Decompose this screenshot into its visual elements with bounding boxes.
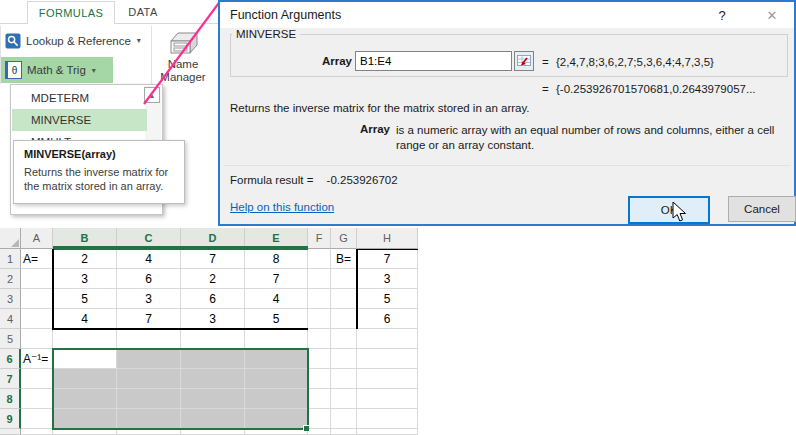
cell-F8[interactable] <box>308 389 331 409</box>
row-header-4[interactable]: 4 <box>0 309 21 329</box>
cell-F7[interactable] <box>308 369 331 389</box>
cell-G2[interactable] <box>331 269 357 289</box>
cell-partial-H <box>357 429 418 435</box>
cell-F1[interactable] <box>308 249 331 269</box>
chevron-down-icon: ▾ <box>137 36 141 45</box>
cell-H6[interactable] <box>357 349 418 369</box>
cell-F9[interactable] <box>308 409 331 429</box>
array-input[interactable] <box>355 51 512 71</box>
help-on-function-link[interactable]: Help on this function <box>230 201 334 213</box>
tab-data[interactable]: DATA <box>114 1 172 23</box>
cell-C3[interactable]: 3 <box>117 289 181 309</box>
row-header-3[interactable]: 3 <box>0 289 21 309</box>
help-button[interactable]: ? <box>712 6 732 24</box>
select-all-corner[interactable] <box>0 228 21 249</box>
cell-B2[interactable]: 3 <box>53 269 117 289</box>
row-header-1[interactable]: 1 <box>0 249 21 269</box>
cell-F6[interactable] <box>308 349 331 369</box>
collapse-dialog-button[interactable] <box>514 51 534 71</box>
cell-C4[interactable]: 7 <box>117 309 181 329</box>
cell-E3[interactable]: 4 <box>245 289 308 309</box>
cell-F5[interactable] <box>308 329 331 349</box>
cell-B5[interactable] <box>53 329 117 349</box>
cell-G4[interactable] <box>331 309 357 329</box>
cell-H5[interactable] <box>357 329 418 349</box>
cell-D4[interactable]: 3 <box>181 309 245 329</box>
function-tooltip: MINVERSE(array) Returns the inverse matr… <box>13 140 185 204</box>
cell-C5[interactable] <box>117 329 181 349</box>
matrix-a-left-border <box>52 249 54 330</box>
col-header-H[interactable]: H <box>357 228 418 249</box>
cell-G3[interactable] <box>331 289 357 309</box>
cancel-button[interactable]: Cancel <box>728 196 796 222</box>
row-header-5[interactable]: 5 <box>0 329 21 349</box>
range-select-icon <box>517 55 531 68</box>
cell-G7[interactable] <box>331 369 357 389</box>
cell-H8[interactable] <box>357 389 418 409</box>
row-header-6[interactable]: 6 <box>0 349 21 369</box>
row-header-8[interactable]: 8 <box>0 389 21 409</box>
cell-A7[interactable] <box>21 369 53 389</box>
cell-G6[interactable] <box>331 349 357 369</box>
row-header-9[interactable]: 9 <box>0 409 21 429</box>
cell-F3[interactable] <box>308 289 331 309</box>
cell-D2[interactable]: 2 <box>181 269 245 289</box>
col-header-G[interactable]: G <box>331 228 357 249</box>
cell-H4[interactable]: 6 <box>357 309 418 329</box>
close-icon[interactable]: ✕ <box>760 6 784 24</box>
referenced-range-top-border <box>53 246 308 250</box>
col-header-F[interactable]: F <box>308 228 331 249</box>
name-manager-icon <box>166 28 200 58</box>
tab-formulas[interactable]: FORMULAS <box>27 1 115 24</box>
cell-E1[interactable]: 8 <box>245 249 308 269</box>
name-manager-label-2: Manager <box>160 71 205 84</box>
cell-A5[interactable] <box>21 329 53 349</box>
magnifier-icon <box>5 33 21 49</box>
formula-result-label: Formula result = <box>230 174 317 186</box>
cell-B3[interactable]: 5 <box>53 289 117 309</box>
cell-A1[interactable]: A= <box>21 249 53 269</box>
cell-F4[interactable] <box>308 309 331 329</box>
cell-A4[interactable] <box>21 309 53 329</box>
row-header-2[interactable]: 2 <box>0 269 21 289</box>
col-header-A[interactable]: A <box>21 228 53 249</box>
cell-E5[interactable] <box>245 329 308 349</box>
cell-E4[interactable]: 5 <box>245 309 308 329</box>
fill-handle[interactable] <box>303 425 309 431</box>
math-trig-button[interactable]: θ Math & Trig ▾ <box>1 57 113 83</box>
cell-H1[interactable]: 7 <box>357 249 418 269</box>
cell-H2[interactable]: 3 <box>357 269 418 289</box>
matrix-b-left-border <box>356 249 358 329</box>
cell-A9[interactable] <box>21 409 53 429</box>
name-manager-button[interactable]: Name Manager <box>155 28 211 94</box>
corner-triangle-icon <box>11 239 19 247</box>
cell-A6[interactable]: A⁻¹= <box>21 349 53 369</box>
menu-item-minverse[interactable]: MINVERSE <box>12 109 147 131</box>
cell-G5[interactable] <box>331 329 357 349</box>
groupbox-label: MINVERSE <box>232 28 300 40</box>
theta-icon: θ <box>5 61 22 79</box>
cell-A3[interactable] <box>21 289 53 309</box>
cell-F2[interactable] <box>308 269 331 289</box>
cell-C1[interactable]: 4 <box>117 249 181 269</box>
cell-B4[interactable]: 4 <box>53 309 117 329</box>
cell-H7[interactable] <box>357 369 418 389</box>
menu-item-mdeterm[interactable]: MDETERM <box>12 87 147 109</box>
cell-A2[interactable] <box>21 269 53 289</box>
cell-B1[interactable]: 2 <box>53 249 117 269</box>
cell-D5[interactable] <box>181 329 245 349</box>
row-header-7[interactable]: 7 <box>0 369 21 389</box>
cell-D3[interactable]: 6 <box>181 289 245 309</box>
cell-H3[interactable]: 5 <box>357 289 418 309</box>
cell-C2[interactable]: 6 <box>117 269 181 289</box>
cell-G9[interactable] <box>331 409 357 429</box>
cell-E2[interactable]: 7 <box>245 269 308 289</box>
ok-button[interactable]: OK <box>628 196 710 224</box>
cell-G1[interactable]: B= <box>331 249 357 269</box>
cell-H9[interactable] <box>357 409 418 429</box>
cell-A8[interactable] <box>21 389 53 409</box>
function-arguments-dialog: Function Arguments ? ✕ MINVERSE Array = … <box>218 0 796 226</box>
cell-G8[interactable] <box>331 389 357 409</box>
cell-D1[interactable]: 7 <box>181 249 245 269</box>
selection-border[interactable] <box>52 348 309 430</box>
